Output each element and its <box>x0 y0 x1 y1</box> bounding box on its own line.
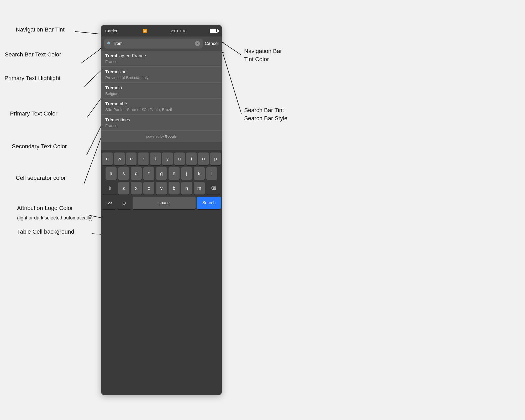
keyboard-row-3: ⇧ z x c v b n m ⌫ <box>102 182 221 195</box>
keyboard-row-1: q w e r t y u i o p <box>102 153 221 165</box>
key-v[interactable]: v <box>156 182 167 195</box>
key-a[interactable]: a <box>106 167 117 180</box>
status-bar: Carrier 📶 2:01 PM <box>101 25 222 36</box>
result-highlight-1: Trem <box>105 53 116 58</box>
key-c[interactable]: c <box>143 182 154 195</box>
table-cell-background <box>101 142 222 150</box>
key-z[interactable]: z <box>118 182 129 195</box>
attribution-brand: Google <box>165 134 177 138</box>
result-secondary-1: France <box>105 59 218 64</box>
attribution-prefix: powered by <box>146 134 165 138</box>
key-numbers[interactable]: 123 <box>102 197 116 209</box>
battery-icon <box>210 29 218 33</box>
carrier-text: Carrier <box>105 29 117 33</box>
clear-button[interactable]: ✕ <box>195 41 200 46</box>
key-p[interactable]: p <box>210 153 221 165</box>
annotation-search-bar-text-color: Search Bar Text Color <box>5 51 61 58</box>
key-emoji[interactable]: ☺ <box>117 197 131 209</box>
keyboard: q w e r t y u i o p a s d f g h j k l ⇧ … <box>101 150 222 212</box>
key-r[interactable]: r <box>138 153 149 165</box>
result-highlight-2: Trem <box>105 69 116 74</box>
result-secondary-3: Belgium <box>105 91 218 96</box>
annotation-primary-text-highlight: Primary Text Highlight <box>4 75 61 82</box>
key-y[interactable]: y <box>162 153 173 165</box>
result-item-1[interactable]: Tremblay-en-France France <box>101 51 222 67</box>
annotation-primary-text-color: Primary Text Color <box>10 110 57 117</box>
search-bar-area: 🔍 Trem ✕ Cancel <box>101 36 222 51</box>
key-m[interactable]: m <box>194 182 205 195</box>
phone-frame: Carrier 📶 2:01 PM 🔍 Trem ✕ Cancel Trembl… <box>101 25 222 395</box>
key-q[interactable]: q <box>102 153 113 165</box>
result-plain-5b: entines <box>116 117 130 122</box>
search-icon: 🔍 <box>107 41 111 46</box>
result-highlight-4: Trem <box>105 101 116 106</box>
result-secondary-5: France <box>105 123 218 128</box>
result-plain-2: osine <box>116 69 127 74</box>
key-k[interactable]: k <box>194 167 205 180</box>
key-h[interactable]: h <box>169 167 180 180</box>
key-o[interactable]: o <box>198 153 209 165</box>
key-t[interactable]: t <box>150 153 161 165</box>
key-space[interactable]: space <box>133 197 196 209</box>
annotation-secondary-text-color: Secondary Text Color <box>12 143 67 150</box>
key-f[interactable]: f <box>143 167 154 180</box>
search-input[interactable]: Trem <box>113 41 193 46</box>
result-item-4[interactable]: Tremembé São Paulo - State of São Paulo,… <box>101 99 222 115</box>
result-plain-1: blay-en-France <box>116 53 146 58</box>
annotation-table-cell-bg: Table Cell background <box>17 228 74 235</box>
annotation-search-bar-tint-style: Search Bar TintSearch Bar Style <box>244 106 287 123</box>
result-item-5[interactable]: Trémentines France <box>101 115 222 131</box>
svg-marker-9 <box>222 52 224 53</box>
attribution-area: powered by Google <box>101 131 222 142</box>
result-plain-3: elo <box>116 85 122 90</box>
results-list: Tremblay-en-France France Tremosine Prov… <box>101 51 222 150</box>
result-primary-1: Tremblay-en-France <box>105 53 218 59</box>
result-primary-3: Tremelo <box>105 85 218 91</box>
cancel-button[interactable]: Cancel <box>205 41 219 46</box>
result-secondary-4: São Paulo - State of São Paulo, Brazil <box>105 107 218 112</box>
key-j[interactable]: j <box>181 167 192 180</box>
key-e[interactable]: e <box>126 153 137 165</box>
wifi-icon: 📶 <box>143 29 147 33</box>
svg-marker-8 <box>222 42 224 43</box>
result-primary-4: Tremembé <box>105 101 218 107</box>
key-s[interactable]: s <box>118 167 129 180</box>
result-plain-4: embé <box>116 101 127 106</box>
time-display: 2:01 PM <box>171 29 186 33</box>
keyboard-row-2: a s d f g h j k l <box>102 167 221 180</box>
result-item-2[interactable]: Tremosine Province of Brescia, Italy <box>101 67 222 83</box>
key-shift[interactable]: ⇧ <box>103 182 117 195</box>
result-item-3[interactable]: Tremelo Belgium <box>101 83 222 99</box>
key-n[interactable]: n <box>181 182 192 195</box>
annotation-nav-bar-tint-color: Navigation BarTint Color <box>244 47 282 64</box>
result-highlight-5a: Tré <box>105 117 112 122</box>
search-bar[interactable]: 🔍 Trem ✕ <box>104 39 203 49</box>
key-search[interactable]: Search <box>197 197 221 209</box>
key-u[interactable]: u <box>174 153 185 165</box>
result-plain-5a: m <box>112 117 116 122</box>
key-l[interactable]: l <box>206 167 217 180</box>
result-primary-5: Trémentines <box>105 117 218 123</box>
annotation-attribution-logo-color: Attribution Logo Color <box>17 205 73 212</box>
key-w[interactable]: w <box>114 153 125 165</box>
key-x[interactable]: x <box>131 182 142 195</box>
annotation-attribution-logo-sub: (light or dark selected automatically) <box>17 215 93 221</box>
result-highlight-3: Trem <box>105 85 116 90</box>
key-g[interactable]: g <box>156 167 167 180</box>
result-secondary-2: Province of Brescia, Italy <box>105 75 218 80</box>
key-d[interactable]: d <box>131 167 142 180</box>
keyboard-row-4: 123 ☺ space Search <box>102 197 221 209</box>
result-primary-2: Tremosine <box>105 69 218 75</box>
key-b[interactable]: b <box>169 182 180 195</box>
key-i[interactable]: i <box>186 153 197 165</box>
annotation-nav-bar-tint: Navigation Bar Tint <box>16 26 65 33</box>
key-delete[interactable]: ⌫ <box>206 182 220 195</box>
annotation-cell-separator-color: Cell separator color <box>16 175 66 181</box>
